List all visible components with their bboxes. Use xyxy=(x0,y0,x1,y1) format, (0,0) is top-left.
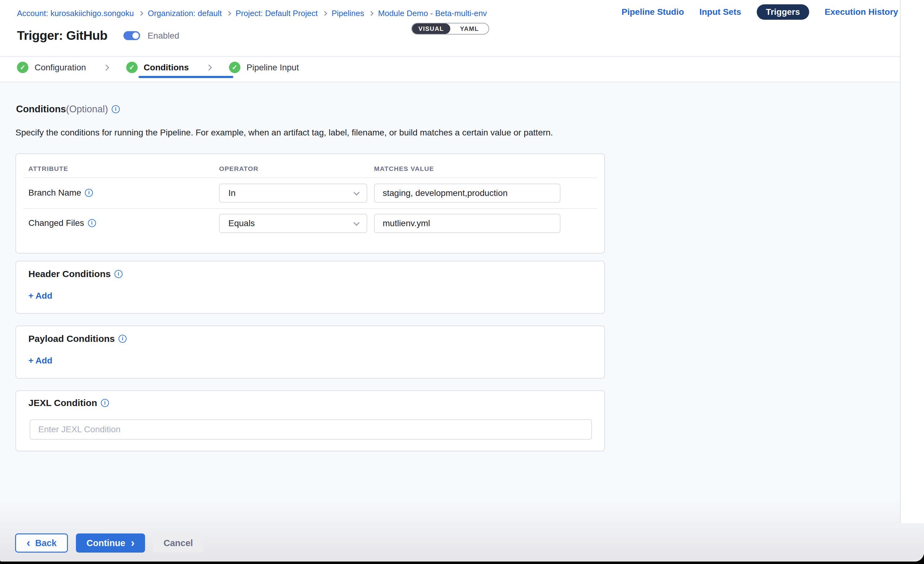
breadcrumb-pipelines[interactable]: Pipelines xyxy=(332,9,364,18)
pipeline-nav: Pipeline Studio Input Sets Triggers Exec… xyxy=(621,4,898,20)
chevron-down-icon xyxy=(353,189,360,196)
wizard-footer: ‹ Back Continue › Cancel xyxy=(15,534,203,553)
conditions-heading-text: Conditions xyxy=(16,104,66,115)
divider xyxy=(24,177,597,178)
tab-conditions[interactable]: ✓ Conditions xyxy=(126,62,189,73)
visual-yaml-toggle: VISUAL YAML xyxy=(411,23,489,34)
payload-conditions-title: Payload Conditions i xyxy=(28,333,126,344)
visual-toggle-button[interactable]: VISUAL xyxy=(412,24,450,34)
jexl-condition-title-text: JEXL Condition xyxy=(28,398,97,408)
breadcrumb: Account: kurosakiichigo.songoku Organiza… xyxy=(17,9,487,18)
title-row: Trigger: GitHub Enabled xyxy=(17,28,179,43)
column-header-attribute: ATTRIBUTE xyxy=(28,165,68,172)
chevron-down-icon xyxy=(353,220,360,226)
attribute-name: Changed Files xyxy=(28,218,84,228)
tab-conditions-label: Conditions xyxy=(144,63,189,72)
continue-button[interactable]: Continue › xyxy=(76,534,145,553)
column-header-operator: OPERATOR xyxy=(219,165,258,172)
header-conditions-title: Header Conditions i xyxy=(28,269,123,279)
yaml-toggle-button[interactable]: YAML xyxy=(450,24,489,34)
divider xyxy=(24,208,597,209)
breadcrumb-account[interactable]: Account: kurosakiichigo.songoku xyxy=(17,9,134,18)
enabled-toggle[interactable] xyxy=(123,31,140,40)
tab-pipeline-input-label: Pipeline Input xyxy=(247,63,299,72)
continue-button-label: Continue xyxy=(86,538,125,548)
jexl-condition-title: JEXL Condition i xyxy=(28,398,109,408)
jexl-condition-input[interactable] xyxy=(30,419,592,440)
matches-value-input-branch-name[interactable] xyxy=(374,184,561,203)
tab-configuration[interactable]: ✓ Configuration xyxy=(17,62,86,73)
breadcrumb-pipeline-name[interactable]: Module Demo - Beta-multi-env xyxy=(378,9,487,18)
page-title: Trigger: GitHub xyxy=(17,28,107,43)
check-icon: ✓ xyxy=(126,62,138,73)
wizard-tabs: ✓ Configuration ✓ Conditions ✓ Pipeline … xyxy=(17,62,299,73)
chevron-right-icon xyxy=(226,11,231,16)
app-window: Account: kurosakiichigo.songoku Organiza… xyxy=(0,0,924,561)
page-header: Account: kurosakiichigo.songoku Organiza… xyxy=(0,0,900,57)
chevron-right-icon xyxy=(138,11,143,16)
tab-pipeline-input[interactable]: ✓ Pipeline Input xyxy=(229,62,299,73)
back-button[interactable]: ‹ Back xyxy=(15,534,68,553)
nav-pipeline-studio[interactable]: Pipeline Studio xyxy=(621,7,684,17)
conditions-table-card: ATTRIBUTE OPERATOR MATCHES VALUE Branch … xyxy=(15,153,605,254)
operator-select-branch-name[interactable]: In xyxy=(219,184,367,203)
info-icon[interactable]: i xyxy=(112,105,120,113)
conditions-optional-text: (Optional) xyxy=(66,104,108,115)
toggle-knob xyxy=(132,32,140,40)
info-icon[interactable]: i xyxy=(85,189,93,197)
info-icon[interactable]: i xyxy=(88,219,96,227)
info-icon[interactable]: i xyxy=(114,270,123,278)
cancel-button-label: Cancel xyxy=(164,538,193,548)
add-header-condition-button[interactable]: + Add xyxy=(28,291,52,301)
matches-value-input-changed-files[interactable] xyxy=(374,214,561,233)
check-icon: ✓ xyxy=(17,62,28,73)
payload-conditions-title-text: Payload Conditions xyxy=(28,333,115,344)
info-icon[interactable]: i xyxy=(118,335,126,343)
operator-select-changed-files[interactable]: Equals xyxy=(219,214,367,233)
nav-execution-history[interactable]: Execution History xyxy=(825,7,898,17)
header-conditions-title-text: Header Conditions xyxy=(28,269,111,279)
nav-triggers[interactable]: Triggers xyxy=(757,4,809,20)
chevron-right-icon xyxy=(103,64,109,70)
nav-input-sets[interactable]: Input Sets xyxy=(699,7,741,17)
operator-value: Equals xyxy=(228,219,354,228)
payload-conditions-card: Payload Conditions i + Add xyxy=(15,326,605,379)
table-row-changed-files-label: Changed Files i xyxy=(28,218,96,228)
header-conditions-card: Header Conditions i + Add xyxy=(15,261,605,314)
breadcrumb-organization[interactable]: Organization: default xyxy=(148,9,222,18)
breadcrumb-project[interactable]: Project: Default Project xyxy=(236,9,318,18)
chevron-right-icon xyxy=(369,11,374,16)
column-header-matches-value: MATCHES VALUE xyxy=(374,165,434,172)
attribute-name: Branch Name xyxy=(28,188,81,198)
cancel-button[interactable]: Cancel xyxy=(153,534,203,553)
check-icon: ✓ xyxy=(229,62,240,73)
tab-configuration-label: Configuration xyxy=(34,63,86,72)
add-payload-condition-button[interactable]: + Add xyxy=(28,356,52,366)
back-button-label: Back xyxy=(35,538,57,548)
desktop-background: Account: kurosakiichigo.songoku Organiza… xyxy=(0,0,924,564)
info-icon[interactable]: i xyxy=(101,399,109,407)
chevron-right-icon xyxy=(322,11,327,16)
conditions-heading: Conditions (Optional) i xyxy=(16,104,120,115)
wizard-tabs-band: ✓ Configuration ✓ Conditions ✓ Pipeline … xyxy=(0,57,900,82)
enabled-label: Enabled xyxy=(147,31,179,41)
operator-value: In xyxy=(228,188,354,198)
right-rail xyxy=(900,0,924,523)
conditions-description: Specify the conditions for running the P… xyxy=(15,128,553,138)
jexl-condition-card: JEXL Condition i xyxy=(15,390,605,452)
chevron-right-icon xyxy=(206,64,212,70)
active-tab-underline xyxy=(139,76,233,78)
table-row-branch-name-label: Branch Name i xyxy=(28,188,93,198)
